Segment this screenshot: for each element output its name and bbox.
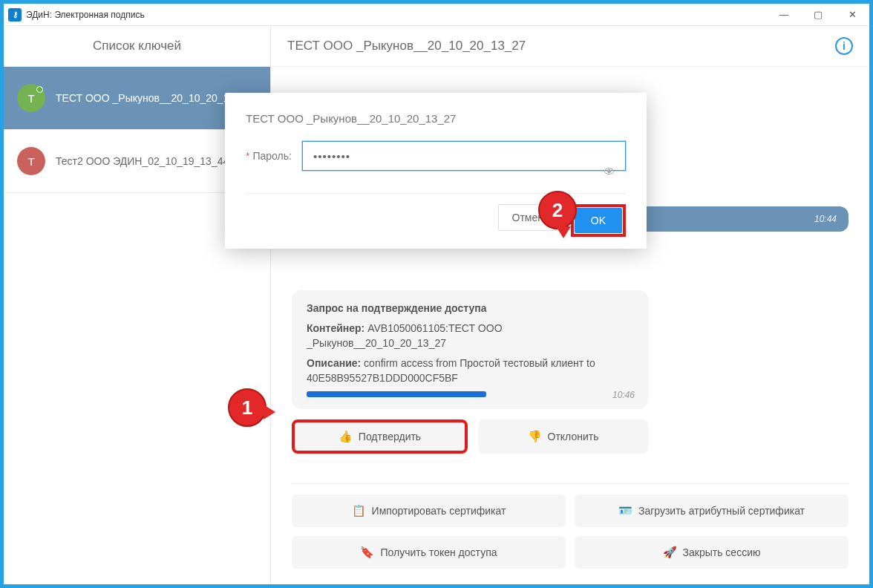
close-button[interactable]: ✕	[835, 4, 869, 26]
page-title: ТЕСТ ООО _Рыкунов__20_10_20_13_27	[287, 39, 526, 53]
key-label: ТЕСТ ООО _Рыкунов__20_10_20_13_27	[56, 92, 252, 104]
avatar: Т	[17, 147, 45, 175]
status-dot-icon	[36, 86, 43, 93]
minimize-button[interactable]: —	[767, 4, 801, 26]
password-label: *Пароль:	[246, 150, 292, 162]
progress-bar	[307, 391, 486, 397]
import-cert-button[interactable]: 📋 Импортировать сертификат	[292, 494, 566, 527]
message-time: 10:44	[814, 214, 837, 224]
container-label: Контейнер:	[307, 322, 364, 334]
confirm-button[interactable]: 👍 Подтвердить	[292, 419, 468, 454]
clipboard-icon: 📋	[352, 504, 366, 517]
load-attr-cert-button[interactable]: 🪪 Загрузить атрибутный сертификат	[575, 494, 849, 527]
thumbs-up-icon: 👍	[339, 430, 353, 443]
eye-icon[interactable]: 👁	[604, 166, 615, 179]
close-session-icon: 🚀	[663, 546, 677, 559]
annotation-callout-1: 1	[228, 388, 267, 427]
key-label: Тест2 ООО ЭДИН_02_10_19_13_44	[56, 155, 229, 167]
content-header: ТЕСТ ООО _Рыкунов__20_10_20_13_27 i	[271, 26, 869, 67]
password-input[interactable]	[302, 141, 626, 171]
access-request-card: Запрос на подтверждение доступа Контейне…	[292, 290, 648, 409]
description-label: Описание:	[307, 357, 361, 369]
ok-highlight: OK	[571, 204, 626, 237]
token-icon: 🔖	[360, 546, 374, 559]
card-title: Запрос на подтверждение доступа	[307, 302, 633, 314]
thumbs-down-icon: 👎	[528, 430, 542, 443]
ok-button[interactable]: OK	[575, 208, 622, 233]
maximize-button[interactable]: ▢	[801, 4, 835, 26]
reject-button[interactable]: 👎 Отклонить	[478, 419, 648, 454]
info-icon[interactable]: i	[835, 37, 853, 55]
close-session-button[interactable]: 🚀 Закрыть сессию	[575, 536, 849, 569]
annotation-callout-2: 2	[538, 191, 577, 229]
avatar: Т	[17, 84, 45, 112]
attribute-icon: 🪪	[618, 504, 632, 517]
card-time: 10:46	[612, 390, 635, 400]
dialog-title: ТЕСТ ООО _Рыкунов__20_10_20_13_27	[246, 112, 626, 125]
titlebar: ⚷ ЭДиН: Электронная подпись — ▢ ✕	[4, 4, 869, 26]
app-icon: ⚷	[8, 8, 22, 22]
required-mark-icon: *	[246, 150, 249, 162]
window-title: ЭДиН: Электронная подпись	[26, 10, 145, 20]
get-token-button[interactable]: 🔖 Получить токен доступа	[292, 536, 566, 569]
password-dialog: ТЕСТ ООО _Рыкунов__20_10_20_13_27 *Парол…	[225, 93, 647, 249]
sidebar-header: Список ключей	[4, 26, 270, 67]
